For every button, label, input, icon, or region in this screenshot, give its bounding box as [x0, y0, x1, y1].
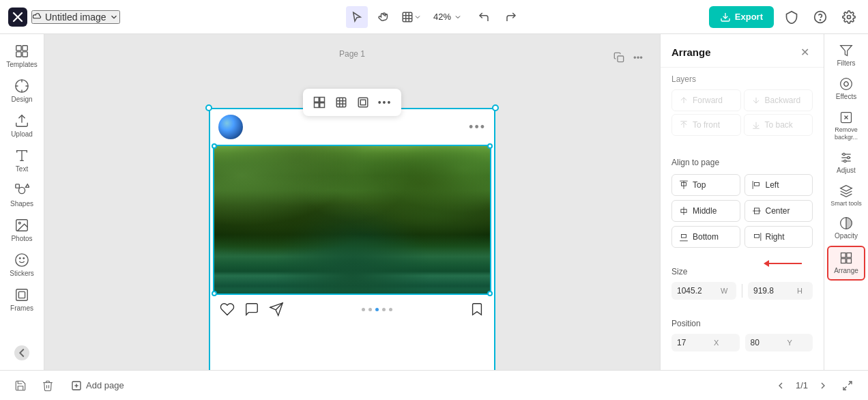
comment-icon[interactable] — [244, 302, 259, 317]
sidebar-item-upload[interactable]: Upload — [3, 109, 41, 143]
svg-marker-18 — [26, 184, 30, 188]
img-handle-br[interactable] — [487, 291, 493, 296]
zoom-value: 42% — [433, 12, 451, 22]
post-actions — [210, 295, 494, 324]
canvas-content[interactable]: ••• — [209, 108, 495, 370]
frame-view-button[interactable] — [353, 93, 373, 112]
svg-point-20 — [18, 222, 20, 224]
more-options-button[interactable]: ••• — [375, 93, 394, 112]
share-icon[interactable] — [269, 302, 284, 317]
tools-effects[interactable]: Effects — [827, 73, 865, 105]
help-button[interactable] — [809, 6, 831, 28]
page-actions: ••• — [611, 49, 646, 66]
resize-handle-tl[interactable] — [205, 104, 212, 111]
shield-icon-button[interactable] — [781, 6, 802, 28]
svg-rect-25 — [18, 291, 25, 298]
page-more-button[interactable]: ••• — [630, 49, 646, 66]
svg-point-65 — [844, 160, 846, 162]
svg-rect-9 — [16, 46, 21, 51]
tools-smart[interactable]: Smart tools — [827, 180, 865, 212]
align-left-label: Left — [766, 180, 779, 190]
img-handle-tr[interactable] — [487, 143, 493, 149]
grid-view-button[interactable] — [332, 93, 351, 112]
width-input[interactable] — [677, 286, 718, 296]
img-handle-bl[interactable] — [212, 291, 217, 296]
post-avatar — [218, 115, 243, 139]
settings-button[interactable] — [838, 6, 860, 28]
tools-remove-bg[interactable]: Remove backgr... — [827, 106, 865, 145]
page-copy-button[interactable] — [611, 49, 627, 66]
svg-rect-69 — [841, 259, 846, 263]
select-group-button[interactable] — [310, 93, 329, 112]
align-top-label: Top — [693, 180, 706, 190]
post-more-options[interactable]: ••• — [469, 120, 486, 134]
trash-button[interactable] — [38, 376, 57, 395]
align-right-button[interactable]: Right — [744, 226, 813, 248]
fullscreen-button[interactable] — [838, 376, 857, 395]
document-title-button[interactable]: Untitled image — [31, 10, 120, 24]
sidebar-item-design[interactable]: Design — [3, 74, 41, 108]
y-input-group: Y — [745, 334, 813, 352]
save-button[interactable] — [11, 376, 30, 395]
to-front-button[interactable]: To front — [671, 114, 741, 136]
sidebar-upload-label: Upload — [11, 130, 33, 139]
svg-rect-12 — [23, 52, 27, 57]
svg-marker-55 — [841, 46, 852, 56]
document-title-text: Untitled image — [45, 12, 106, 23]
img-handle-tl[interactable] — [212, 143, 217, 149]
tools-smart-label: Smart tools — [830, 200, 862, 208]
tools-opacity[interactable]: Opacity — [827, 212, 865, 244]
sidebar-item-templates[interactable]: Templates — [3, 40, 41, 73]
x-input[interactable] — [677, 338, 711, 347]
width-input-group: W — [671, 282, 736, 300]
export-button[interactable]: Export — [709, 6, 774, 28]
align-center-button[interactable]: Center — [744, 200, 813, 222]
size-title: Size — [671, 267, 813, 276]
hand-tool-button[interactable] — [373, 6, 395, 28]
sidebar-item-text[interactable]: Text — [3, 144, 41, 177]
select-tool-button[interactable] — [346, 6, 368, 28]
tools-arrange[interactable]: Arrange — [827, 246, 865, 281]
post-actions-left — [220, 302, 284, 317]
align-left-button[interactable]: Left — [744, 174, 813, 196]
resize-handle-tr[interactable] — [492, 104, 499, 111]
to-back-button[interactable]: To back — [744, 114, 813, 136]
tools-filters-label: Filters — [837, 59, 855, 68]
align-bottom-button[interactable]: Bottom — [671, 226, 740, 248]
height-input[interactable] — [753, 286, 794, 296]
tools-effects-label: Effects — [836, 93, 856, 101]
layers-grid: Forward Backward To front — [671, 89, 813, 136]
add-page-button[interactable]: Add page — [66, 377, 130, 394]
svg-rect-70 — [847, 259, 852, 263]
tools-filters[interactable]: Filters — [827, 40, 865, 72]
y-input[interactable] — [751, 338, 785, 347]
sidebar-photos-label: Photos — [11, 235, 32, 243]
post-image-frame[interactable] — [213, 145, 491, 295]
bookmark-icon[interactable] — [469, 302, 484, 317]
like-icon[interactable] — [220, 302, 235, 317]
redo-button[interactable] — [500, 6, 522, 28]
undo-button[interactable] — [473, 6, 495, 28]
prev-page-button[interactable] — [771, 376, 790, 395]
sidebar-item-shapes[interactable]: Shapes — [3, 179, 41, 212]
align-top-button[interactable]: Top — [671, 174, 740, 196]
panel-close-button[interactable]: ✕ — [796, 44, 813, 60]
next-page-button[interactable] — [813, 376, 833, 395]
tools-adjust[interactable]: Adjust — [827, 147, 865, 179]
sidebar-item-collapse[interactable] — [3, 341, 41, 365]
zoom-button[interactable]: 42% — [428, 9, 467, 25]
sidebar-item-frames[interactable]: Frames — [3, 283, 41, 317]
align-middle-button[interactable]: Middle — [671, 200, 740, 222]
add-page-label: Add page — [86, 380, 124, 390]
align-section: Align to page Top Left — [661, 151, 824, 255]
backward-button[interactable]: Backward — [744, 89, 813, 111]
sidebar-item-photos[interactable]: Photos — [3, 214, 41, 247]
panel-title: Arrange — [671, 46, 711, 58]
sidebar-item-stickers[interactable]: Stickers — [3, 248, 41, 282]
sidebar-text-label: Text — [16, 165, 28, 173]
canvas-area[interactable]: Page 1 ••• — [44, 34, 660, 370]
frame-dropdown-button[interactable] — [401, 6, 422, 28]
forward-button[interactable]: Forward — [671, 89, 741, 111]
brand-logo — [8, 8, 27, 27]
height-input-group: H — [748, 282, 813, 300]
